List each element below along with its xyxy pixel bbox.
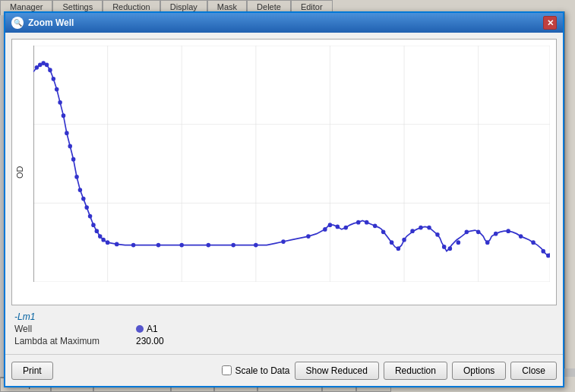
svg-point-39 — [84, 205, 88, 210]
svg-point-56 — [328, 223, 332, 227]
scale-to-data-wrapper: Scale to Data — [222, 365, 289, 376]
series-label: -Lm1 — [14, 311, 554, 322]
svg-point-74 — [476, 229, 480, 234]
svg-point-57 — [336, 225, 340, 229]
svg-point-58 — [344, 226, 348, 230]
bottom-toolbar: Print Scale to Data Show Reduced Reducti… — [5, 354, 563, 386]
right-panel — [564, 11, 575, 368]
chart-container: OD 2 — [11, 39, 557, 305]
scale-to-data-checkbox[interactable] — [222, 365, 232, 375]
svg-point-69 — [435, 232, 439, 237]
chart-inner: 2 0 200 250 300 350 400 450 500 550 600 … — [27, 40, 556, 305]
show-reduced-button[interactable]: Show Reduced — [295, 362, 379, 380]
dialog-content: OD 2 — [5, 33, 563, 354]
svg-point-68 — [427, 226, 431, 230]
svg-point-36 — [74, 175, 78, 179]
lambda-row: Lambda at Maximum 230.00 — [14, 336, 554, 346]
dialog-title-text: Zoom Well — [28, 17, 74, 28]
reduction-button[interactable]: Reduction — [384, 362, 447, 380]
svg-point-55 — [323, 227, 327, 232]
curve-dots — [35, 61, 550, 258]
svg-point-72 — [457, 240, 460, 245]
svg-point-59 — [356, 220, 360, 225]
svg-point-66 — [410, 229, 414, 233]
y-axis-label: OD — [12, 40, 27, 305]
scale-to-data-label: Scale to Data — [235, 365, 289, 376]
svg-point-78 — [519, 234, 523, 239]
well-row: Well A1 — [14, 324, 554, 334]
zoom-icon: 🔍 — [11, 17, 24, 29]
svg-point-30 — [55, 87, 58, 92]
svg-point-64 — [396, 246, 400, 251]
svg-point-60 — [365, 220, 368, 225]
svg-point-77 — [506, 229, 510, 233]
svg-point-75 — [485, 240, 489, 245]
well-dot — [136, 325, 144, 333]
info-area: -Lm1 Well A1 Lambda at Maximum 230.00 — [11, 310, 557, 348]
svg-point-61 — [373, 223, 377, 228]
svg-point-27 — [45, 62, 49, 67]
svg-point-65 — [402, 238, 406, 242]
options-button[interactable]: Options — [452, 362, 506, 380]
well-key: Well — [14, 324, 136, 334]
svg-point-62 — [381, 229, 385, 234]
svg-point-80 — [541, 249, 545, 254]
svg-point-37 — [78, 188, 82, 192]
dialog-close-button[interactable]: ✕ — [543, 16, 557, 30]
svg-point-45 — [106, 240, 109, 245]
svg-point-40 — [88, 214, 92, 219]
svg-point-73 — [465, 229, 469, 234]
svg-point-71 — [448, 246, 452, 251]
svg-point-47 — [131, 243, 135, 248]
svg-point-70 — [442, 245, 446, 249]
svg-point-38 — [81, 197, 85, 201]
svg-point-63 — [390, 240, 393, 245]
zoom-well-dialog: 🔍 Zoom Well ✕ OD — [4, 11, 564, 387]
svg-point-32 — [62, 113, 65, 118]
svg-point-28 — [48, 68, 52, 72]
svg-point-24 — [35, 65, 39, 70]
svg-point-50 — [207, 243, 210, 248]
svg-point-79 — [531, 240, 535, 245]
svg-point-54 — [306, 234, 310, 239]
svg-point-33 — [65, 131, 68, 135]
svg-point-51 — [231, 243, 235, 248]
svg-point-48 — [156, 243, 160, 248]
dialog-title-group: 🔍 Zoom Well — [11, 17, 74, 29]
svg-point-76 — [494, 232, 498, 236]
print-button[interactable]: Print — [11, 362, 53, 380]
svg-point-53 — [281, 239, 285, 244]
chart-svg: 2 0 200 250 300 350 400 450 500 550 600 … — [33, 46, 550, 282]
svg-point-34 — [68, 144, 72, 149]
svg-point-42 — [95, 229, 99, 233]
svg-point-29 — [52, 77, 55, 81]
close-button[interactable]: Close — [510, 362, 557, 380]
well-value: A1 — [147, 324, 158, 334]
lambda-value: 230.00 — [136, 336, 164, 346]
svg-point-67 — [419, 226, 422, 230]
svg-point-35 — [71, 157, 75, 162]
svg-point-52 — [254, 243, 257, 248]
svg-point-41 — [91, 223, 95, 227]
lambda-key: Lambda at Maximum — [14, 336, 136, 346]
svg-point-46 — [115, 242, 118, 247]
dialog-titlebar: 🔍 Zoom Well ✕ — [5, 13, 563, 33]
svg-point-44 — [101, 238, 105, 242]
svg-point-31 — [58, 100, 62, 105]
svg-point-49 — [179, 243, 183, 248]
svg-point-43 — [98, 234, 102, 239]
